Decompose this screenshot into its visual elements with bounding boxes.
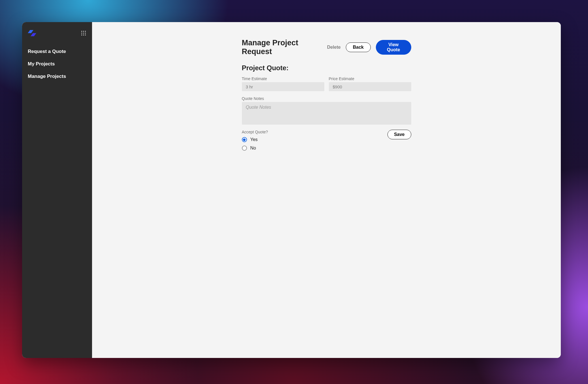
time-estimate-input[interactable] (242, 82, 324, 91)
page-header: Manage Project Request Delete Back View … (242, 39, 411, 56)
back-button[interactable]: Back (346, 42, 371, 52)
svg-rect-10 (85, 35, 86, 35)
radio-icon (242, 137, 247, 142)
app-window: Request a Quote My Projects Manage Proje… (22, 22, 561, 358)
page-title: Manage Project Request (242, 39, 327, 56)
sidebar-top (28, 29, 86, 37)
accept-yes-label: Yes (250, 137, 258, 142)
price-estimate-input[interactable] (329, 82, 411, 91)
accept-no-label: No (250, 146, 256, 151)
sidebar-item-request-quote[interactable]: Request a Quote (28, 46, 86, 57)
radio-icon (242, 146, 247, 151)
sidebar-item-manage-projects[interactable]: Manage Projects (28, 71, 86, 82)
logo-icon (28, 30, 36, 36)
accept-left: Accept Quote? Yes No (242, 130, 268, 154)
svg-rect-3 (83, 31, 84, 32)
price-estimate-label: Price Estimate (329, 76, 411, 81)
svg-rect-6 (83, 33, 84, 34)
main-area: Manage Project Request Delete Back View … (92, 22, 561, 358)
delete-button[interactable]: Delete (327, 45, 341, 50)
accept-yes-option[interactable]: Yes (242, 137, 268, 142)
content: Manage Project Request Delete Back View … (242, 39, 411, 358)
accept-row: Accept Quote? Yes No Save (242, 130, 411, 154)
svg-rect-7 (85, 33, 86, 34)
time-estimate-label: Time Estimate (242, 76, 324, 81)
accept-quote-label: Accept Quote? (242, 130, 268, 134)
svg-marker-1 (31, 33, 36, 36)
save-button[interactable]: Save (387, 130, 411, 139)
app-logo[interactable] (28, 29, 36, 37)
header-actions: Delete Back View Quote (327, 40, 411, 55)
time-estimate-field: Time Estimate (242, 76, 324, 91)
price-estimate-field: Price Estimate (329, 76, 411, 91)
svg-rect-8 (81, 35, 82, 35)
quote-notes-input[interactable] (242, 102, 411, 125)
svg-marker-0 (28, 30, 33, 33)
section-title: Project Quote: (242, 64, 411, 72)
accept-no-option[interactable]: No (242, 146, 268, 151)
view-quote-button[interactable]: View Quote (376, 40, 411, 55)
quote-notes-field: Quote Notes (242, 96, 411, 125)
sidebar-item-my-projects[interactable]: My Projects (28, 58, 86, 70)
estimate-row: Time Estimate Price Estimate (242, 76, 411, 91)
svg-rect-9 (83, 35, 84, 35)
svg-rect-2 (81, 31, 82, 32)
sidebar: Request a Quote My Projects Manage Proje… (22, 22, 92, 358)
quote-notes-label: Quote Notes (242, 96, 411, 101)
svg-rect-4 (85, 31, 86, 32)
sidebar-nav: Request a Quote My Projects Manage Proje… (28, 46, 86, 82)
svg-rect-5 (81, 33, 82, 34)
apps-menu-button[interactable] (81, 30, 86, 36)
grid-icon (81, 31, 86, 35)
